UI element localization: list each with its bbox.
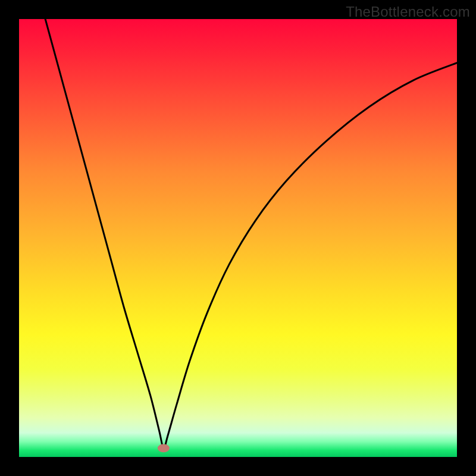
chart-frame: TheBottleneck.com bbox=[0, 0, 476, 476]
watermark-text: TheBottleneck.com bbox=[346, 4, 470, 20]
marker-layer bbox=[158, 444, 170, 452]
gradient-background bbox=[19, 19, 457, 457]
optimal-point-marker bbox=[158, 444, 170, 452]
plot-area bbox=[19, 19, 457, 457]
bottleneck-chart bbox=[19, 19, 457, 457]
